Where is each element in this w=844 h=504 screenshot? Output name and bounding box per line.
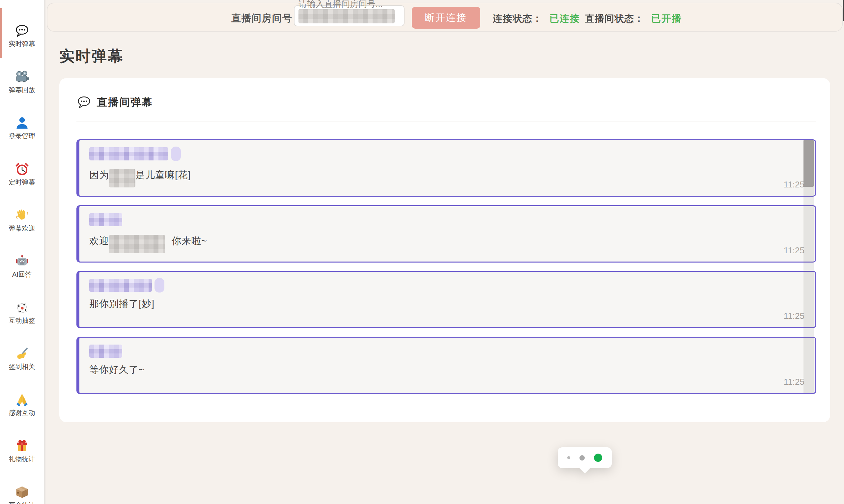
- sidebar-item-label: 感谢互动: [9, 409, 35, 417]
- sidebar-item-ai-answer[interactable]: AI回答: [0, 254, 44, 279]
- package-icon: [15, 485, 29, 499]
- sidebar-item-realtime-danmaku[interactable]: 实时弹幕: [0, 24, 44, 49]
- redacted-room-number-blur: [299, 9, 395, 23]
- message-time: 11:25: [784, 311, 805, 321]
- dice-icon: [15, 301, 29, 315]
- card-header: 直播间弹幕: [76, 95, 153, 110]
- sidebar-item-label: 实时弹幕: [9, 39, 35, 49]
- message-text: 那你别播了[妙]: [89, 298, 815, 311]
- message-time: 11:25: [784, 180, 805, 190]
- card-divider: [76, 122, 816, 122]
- sidebar-item-label: 弹幕欢迎: [9, 224, 35, 233]
- status-dot-medium: [579, 455, 585, 461]
- card-title: 直播间弹幕: [97, 95, 153, 110]
- redacted-username-blur: [89, 147, 168, 160]
- room-number-placeholder: 请输入直播间房间号...: [299, 0, 383, 10]
- status-row: 连接状态： 已连接 直播间状态： 已开播: [493, 12, 686, 25]
- live-status-label: 直播间状态：: [585, 12, 644, 25]
- redacted-username-blur: [89, 213, 122, 226]
- sidebar-item-label: 登录管理: [9, 132, 35, 141]
- sidebar-item-login-management[interactable]: 登录管理: [0, 116, 44, 141]
- message-text: 因为 是儿童嘛[花]: [89, 166, 815, 184]
- sidebar-item-blindbox-stats[interactable]: 盲盒统计: [0, 485, 44, 504]
- sidebar-item-label: 签到相关: [9, 362, 35, 371]
- live-status-value: 已开播: [651, 12, 682, 25]
- message-username: [89, 278, 815, 292]
- redacted-username-blur: [155, 278, 164, 292]
- sidebar-item-label: AI回答: [12, 270, 32, 279]
- danmaku-message: 那你别播了[妙] 11:25: [76, 271, 816, 328]
- message-username: [89, 213, 815, 227]
- gift-icon: [15, 439, 29, 453]
- sidebar-item-checkin[interactable]: 签到相关: [0, 346, 44, 371]
- message-text: 欢迎 你来啦~: [89, 232, 815, 250]
- danmaku-message: 等你好久了~ 11:25: [76, 337, 816, 394]
- sidebar-item-scheduled-danmaku[interactable]: 定时弹幕: [0, 162, 44, 187]
- chat-bubble-icon: [76, 95, 92, 110]
- chat-bubble-icon: [15, 24, 29, 38]
- danmaku-card: 直播间弹幕 因为 是儿童嘛[花] 11:25 欢迎 你来啦~ 11:25: [59, 78, 830, 422]
- message-time: 11:25: [784, 377, 805, 387]
- waving-hand-icon: [15, 208, 29, 223]
- message-time: 11:25: [784, 246, 805, 256]
- message-text: 等你好久了~: [89, 363, 815, 377]
- status-dot-green: [594, 454, 602, 462]
- redacted-username-blur: [89, 279, 152, 292]
- message-username: [89, 147, 815, 161]
- sidebar-divider: [44, 0, 46, 504]
- sidebar: 实时弹幕 弹幕回放 登录管理 定时弹幕 弹幕欢迎 AI回答 互动: [0, 0, 44, 504]
- disconnect-button[interactable]: 断开连接: [412, 7, 480, 29]
- sidebar-item-label: 定时弹幕: [9, 178, 35, 187]
- sidebar-item-interactive-draw[interactable]: 互动抽签: [0, 301, 44, 325]
- redacted-username-blur: [171, 147, 181, 161]
- redacted-text-blur: [109, 235, 165, 253]
- sidebar-item-label: 礼物统计: [9, 455, 35, 464]
- message-list-scrollbar-thumb[interactable]: [804, 140, 814, 187]
- sidebar-item-danmaku-replay[interactable]: 弹幕回放: [0, 70, 44, 94]
- folded-hands-icon: [15, 393, 29, 407]
- redacted-username-blur: [89, 345, 122, 358]
- redacted-text-blur: [109, 169, 136, 187]
- sidebar-item-danmaku-welcome[interactable]: 弹幕欢迎: [0, 208, 44, 233]
- robot-icon: [15, 254, 29, 269]
- message-username: [89, 344, 815, 358]
- status-dot-small: [567, 456, 570, 459]
- window-scrollbar-thumb[interactable]: [843, 0, 844, 21]
- sidebar-item-gift-stats[interactable]: 礼物统计: [0, 439, 44, 464]
- writing-hand-icon: [15, 346, 29, 361]
- tooltip-bubble: [558, 447, 612, 468]
- sidebar-item-label: 互动抽签: [9, 316, 35, 325]
- alarm-clock-icon: [15, 162, 29, 177]
- connection-status-label: 连接状态：: [493, 12, 542, 25]
- app-window: { "topbar": { "room_label": "直播间房间号", "r…: [0, 0, 844, 504]
- status-dots-tooltip: [558, 447, 612, 468]
- projector-icon: [15, 70, 29, 84]
- sidebar-item-label: 盲盒统计: [9, 501, 35, 504]
- danmaku-message: 因为 是儿童嘛[花] 11:25: [76, 139, 816, 197]
- sidebar-item-thanks-interaction[interactable]: 感谢互动: [0, 393, 44, 417]
- connection-toolbar: 直播间房间号 断开连接 连接状态： 已连接 直播间状态： 已开播: [47, 3, 843, 32]
- danmaku-message: 欢迎 你来啦~ 11:25: [76, 205, 816, 263]
- sidebar-item-label: 弹幕回放: [9, 86, 35, 94]
- user-icon: [15, 116, 29, 130]
- connection-status-value: 已连接: [550, 12, 580, 25]
- room-number-label: 直播间房间号: [231, 12, 292, 25]
- page-title: 实时弹幕: [59, 46, 124, 67]
